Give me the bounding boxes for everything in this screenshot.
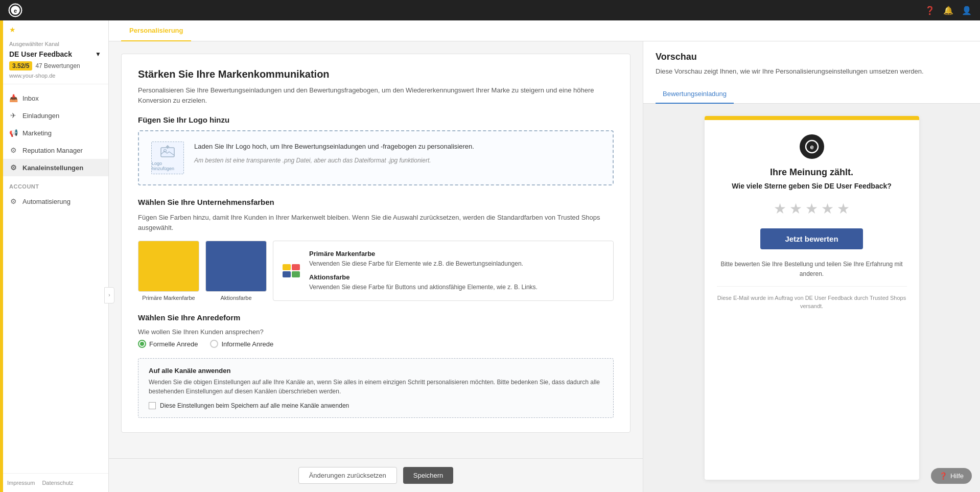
sidebar-collapse-button[interactable]: › [104,287,114,303]
sidebar-item-reputation[interactable]: ⚙ Reputation Manager [0,142,108,159]
reset-button[interactable]: Änderungen zurücksetzen [298,467,397,484]
user-icon[interactable]: 👤 [962,6,972,15]
main-panel: Stärken Sie Ihre Markenkommunikation Per… [109,41,643,458]
apply-all-checkbox[interactable] [149,402,156,409]
sidebar-accent-bar [0,20,3,492]
sidebar-label-automatisierung: Automatisierung [22,198,71,205]
apply-all-desc: Wenden Sie die obigen Einstellungen auf … [149,378,603,396]
apply-all-checkbox-row[interactable]: Diese Einstellungen beim Speichern auf a… [149,402,603,409]
help-label: Hilfe [950,472,964,480]
action-buttons: Änderungen zurücksetzen Speichern [109,458,643,492]
impressum-link[interactable]: Impressum [7,480,35,486]
preview-header: Vorschau Diese Vorschau zeigt Ihnen, wie… [643,41,980,85]
email-headline: Ihre Meinung zählt. [770,167,853,178]
apply-all-box: Auf alle Kanäle anwenden Wenden Sie die … [138,358,614,418]
channel-name: DE User Feedback ▼ [9,50,101,58]
help-icon[interactable]: ❓ [925,6,935,15]
logo-main-text: Laden Sie Ihr Logo hoch, um Ihre Bewertu… [194,142,474,152]
header-actions: ❓ 🔔 👤 [925,6,972,15]
sidebar-rating: 3.52/5 47 Bewertungen [9,61,101,71]
sidebar-item-einladungen[interactable]: ✈ Einladungen [0,107,108,124]
radio-informal-circle [210,340,218,348]
einladungen-icon: ✈ [9,111,17,120]
email-subline: Wie viele Sterne geben Sie DE User Feedb… [732,182,892,190]
star-1: ★ [774,200,786,217]
svg-text:e: e [810,143,813,151]
top-header: e ❓ 🔔 👤 [0,0,980,20]
color-section-title: Wählen Sie Ihre Unternehmensfarben [138,198,614,206]
svg-rect-9 [292,271,300,277]
star-2: ★ [789,200,802,217]
tab-bar: Personalisierung [109,20,980,41]
preview-panel: Vorschau Diese Vorschau zeigt Ihnen, wie… [643,41,980,492]
inbox-icon: 📥 [9,94,17,102]
primary-color-info-title: Primäre Markenfarbe [309,250,538,257]
primary-color-swatch[interactable] [138,241,199,292]
main-section-card: Stärken Sie Ihre Markenkommunikation Per… [121,54,631,433]
logo-hint: Am besten ist eine transparente .png Dat… [194,156,474,165]
content-area: Stärken Sie Ihre Markenkommunikation Per… [109,41,980,492]
sidebar: ★ Ausgewählter Kanal DE User Feedback ▼ … [0,20,109,492]
sidebar-item-kanaleinstellungen[interactable]: ⚙ Kanaleinstellungen [0,159,108,176]
logo-add-label: Logo hinzufügen [152,161,183,171]
preview-desc: Diese Vorschau zeigt Ihnen, wie wir Ihre… [656,66,968,77]
svg-rect-8 [292,264,300,270]
sidebar-item-inbox[interactable]: 📥 Inbox [0,89,108,107]
primary-color-info-desc: Verwenden Sie diese Farbe für Elemente w… [309,260,538,268]
kanaleinstellungen-icon: ⚙ [9,163,17,172]
sidebar-item-marketing[interactable]: 📢 Marketing [0,124,108,142]
email-body-text: Bitte bewerten Sie Ihre Bestellung und t… [717,260,907,279]
action-color-label: Aktionsfarbe [220,295,251,301]
help-button[interactable]: ❓ Hilfe [931,468,972,484]
apply-all-title: Auf alle Kanäle anwenden [149,367,603,374]
review-count: 47 Bewertungen [35,62,80,69]
email-preview-logo: e [800,134,824,159]
action-color-info-desc: Verwenden Sie diese Farbe für Buttons un… [309,283,538,292]
action-color-info-title: Aktionsfarbe [309,273,538,281]
star-5: ★ [837,200,850,217]
sidebar-star-icon: ★ [9,26,16,34]
svg-rect-7 [283,271,291,277]
radio-informal[interactable]: Informelle Anrede [210,340,273,348]
datenschutz-link[interactable]: Datenschutz [42,480,73,486]
sidebar-url: www.your-shop.de [9,73,101,79]
save-button[interactable]: Speichern [403,467,454,484]
sidebar-item-automatisierung[interactable]: ⚙ Automatisierung [0,193,108,210]
color-section-desc: Fügen Sie Farben hinzu, damit Ihre Kunde… [138,213,614,232]
address-section-desc: Wie wollen Sie Ihren Kunden ansprechen? [138,328,614,336]
notifications-icon[interactable]: 🔔 [943,6,953,15]
chevron-down-icon[interactable]: ▼ [95,51,101,58]
app-logo[interactable]: e [8,3,22,17]
preview-tab-bewertungseinladung[interactable]: Bewertungseinladung [656,85,734,104]
email-preview-card: e Ihre Meinung zählt. Wie viele Sterne g… [705,116,919,480]
action-color-swatch[interactable] [205,241,267,292]
tab-personalisierung[interactable]: Personalisierung [121,20,191,41]
color-info-box: Primäre Markenfarbe Verwenden Sie diese … [273,241,614,301]
preview-title: Vorschau [656,52,968,62]
email-stars: ★ ★ ★ ★ ★ [774,200,850,217]
marketing-icon: 📢 [9,129,17,137]
logo-placeholder: Logo hinzufügen [151,142,184,174]
reputation-icon: ⚙ [9,146,17,154]
color-row: Primäre Markenfarbe Aktionsfarbe [138,241,614,301]
preview-content: e Ihre Meinung zählt. Wie viele Sterne g… [643,104,980,493]
color-palette-icon [282,260,302,282]
email-divider [717,286,907,287]
logo-upload-area[interactable]: Logo hinzufügen Laden Sie Ihr Logo hoch,… [138,130,614,185]
sidebar-label-inbox: Inbox [22,95,39,102]
sidebar-nav: 📥 Inbox ✈ Einladungen 📢 Marketing ⚙ Repu… [0,84,108,473]
radio-group: Formelle Anrede Informelle Anrede [138,340,614,348]
sidebar-label-reputation: Reputation Manager [22,147,83,154]
star-3: ★ [805,200,818,217]
email-cta-button[interactable]: Jetzt bewerten [760,228,862,249]
radio-formal[interactable]: Formelle Anrede [138,340,198,348]
sidebar-footer: Impressum Datenschutz [0,473,108,492]
automatisierung-icon: ⚙ [9,197,17,205]
logo-section-title: Fügen Sie Ihr Logo hinzu [138,115,614,124]
address-section-title: Wählen Sie Ihre Anredeform [138,313,614,322]
channel-label: Ausgewählter Kanal [9,41,101,47]
account-section-label: Account [0,176,108,193]
sidebar-channel-header: Ausgewählter Kanal DE User Feedback ▼ 3.… [0,34,108,84]
logo-text-block: Laden Sie Ihr Logo hoch, um Ihre Bewertu… [194,142,474,165]
svg-text:e: e [14,8,17,14]
